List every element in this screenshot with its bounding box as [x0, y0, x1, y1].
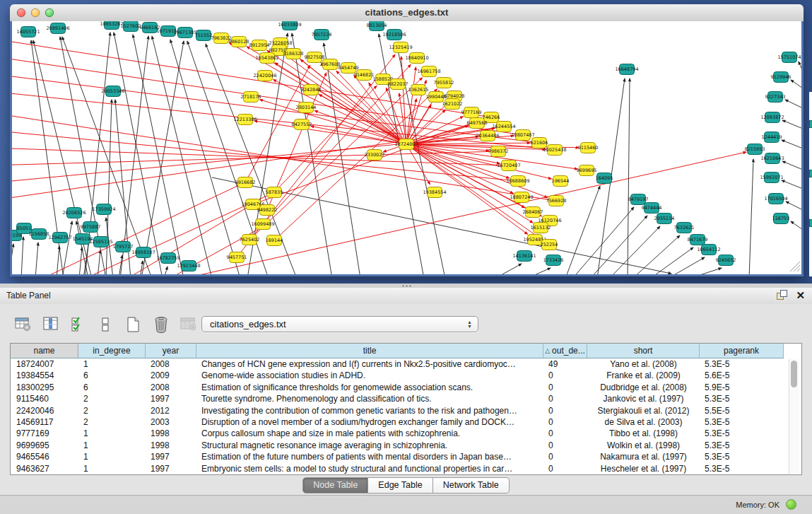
cell-in_degree[interactable]: 2	[78, 416, 146, 428]
graph-edge[interactable]	[791, 221, 801, 230]
cell-year[interactable]: 1997	[146, 451, 196, 462]
cell-name[interactable]: 9115460	[11, 393, 78, 404]
cell-year[interactable]: 2012	[146, 405, 196, 416]
graph-edge[interactable]	[782, 140, 801, 148]
column-header-pagerank[interactable]: pagerank	[700, 344, 784, 358]
float-panel-icon[interactable]	[777, 290, 787, 300]
cell-short[interactable]: Dudbridge et al. (2008)	[587, 382, 700, 393]
cell-title[interactable]: Disruption of a novel member of a sodium…	[196, 416, 543, 428]
graph-edge[interactable]	[782, 180, 801, 189]
selector-stepper-icon[interactable]: ▲▼	[466, 319, 473, 330]
graph-edge[interactable]	[689, 268, 722, 274]
cell-short[interactable]: de Silva et al. (2003)	[587, 416, 700, 428]
column-header-title[interactable]: title	[196, 344, 543, 358]
table-row[interactable]: 2242004622012Investigating the contribut…	[11, 405, 801, 416]
graph-edge[interactable]	[21, 237, 23, 274]
table-row[interactable]: 1872400712008Changes of HCN gene express…	[11, 358, 801, 370]
cell-out_degree[interactable]: 0	[543, 382, 587, 393]
graph-edge[interactable]	[62, 221, 72, 274]
cell-out_degree[interactable]: 0	[543, 451, 587, 462]
graph-edge[interactable]	[12, 244, 13, 274]
cell-year[interactable]: 1997	[146, 463, 196, 474]
cell-short[interactable]: Nakamura et al. (1997)	[587, 451, 700, 462]
resize-grip-icon[interactable]	[790, 262, 800, 271]
delete-column-icon[interactable]	[180, 315, 198, 334]
graph-edge[interactable]	[120, 36, 148, 274]
graph-edge[interactable]	[565, 186, 600, 274]
select-all-check-icon[interactable]	[69, 315, 88, 334]
clear-selection-icon[interactable]	[97, 315, 115, 334]
table-options-icon[interactable]	[14, 315, 33, 334]
table-row[interactable]: 1830029562008Estimation of significance …	[11, 382, 801, 393]
cell-in_degree[interactable]: 6	[78, 382, 146, 393]
table-row[interactable]: 969969511998Structural magnetic resonanc…	[11, 440, 801, 451]
graph-edge[interactable]	[668, 257, 705, 274]
window-titlebar[interactable]: citations_edges.txt	[10, 4, 804, 22]
cell-title[interactable]: Embryonic stem cells: a model to study s…	[196, 463, 543, 474]
graph-edge[interactable]	[609, 226, 660, 274]
cell-out_degree[interactable]: 0	[543, 370, 587, 381]
cell-short[interactable]: Wolkin et al. (1998)	[587, 440, 700, 451]
cell-title[interactable]: Changes of HCN gene expression and I(f) …	[196, 358, 543, 370]
cell-year[interactable]: 2008	[146, 382, 196, 393]
cell-pagerank[interactable]: 5.3E-5	[700, 440, 784, 451]
cell-out_degree[interactable]: 0	[543, 416, 587, 428]
cell-pagerank[interactable]: 5.5E-5	[700, 405, 784, 416]
cell-year[interactable]: 2009	[146, 370, 196, 381]
close-panel-icon[interactable]: ✕	[796, 290, 805, 300]
graph-edge[interactable]	[782, 120, 801, 129]
cell-pagerank[interactable]: 5.3E-5	[700, 451, 784, 462]
memory-ok-led-icon[interactable]	[786, 499, 796, 510]
graph-edge[interactable]	[799, 62, 801, 71]
graph-edge[interactable]	[782, 161, 801, 170]
table-scrollbar-thumb[interactable]	[791, 361, 797, 387]
cell-year[interactable]: 1998	[146, 440, 196, 451]
cell-out_degree[interactable]: 0	[543, 428, 587, 439]
cell-name[interactable]: 22420046	[11, 405, 78, 416]
cell-in_degree[interactable]: 6	[78, 370, 146, 381]
cell-short[interactable]: Stergiakouli et al. (2012)	[587, 405, 700, 416]
tab-network-table[interactable]: Network Table	[433, 477, 510, 493]
cell-pagerank[interactable]: 5.3E-5	[700, 463, 784, 474]
graph-edge[interactable]	[628, 78, 630, 274]
cell-title[interactable]: Investigating the contribution of common…	[196, 405, 543, 416]
table-row[interactable]: 977716911998Corpus callosum shape and si…	[11, 428, 801, 439]
table-row[interactable]: 1456911722003Disruption of a novel membe…	[11, 416, 801, 428]
graph-edge[interactable]	[632, 235, 680, 274]
cell-year[interactable]: 2003	[146, 416, 196, 428]
network-table-selector[interactable]: citations_edges.txt ▲▼	[201, 316, 478, 332]
cell-short[interactable]: Yano et al. (2008)	[587, 358, 700, 370]
graph-edge[interactable]	[786, 201, 801, 210]
graph-edge[interactable]	[526, 268, 551, 274]
cell-year[interactable]: 1997	[146, 393, 196, 404]
graph-edge[interactable]	[406, 144, 551, 179]
cell-short[interactable]: Hescheler et al. (1997)	[587, 463, 700, 474]
cell-in_degree[interactable]: 2	[78, 393, 146, 404]
cell-name[interactable]: 9465546	[11, 451, 78, 462]
column-header-name[interactable]: name	[11, 344, 78, 358]
cell-name[interactable]: 9777169	[11, 428, 78, 439]
cell-out_degree[interactable]: 49	[543, 358, 587, 370]
column-header-short[interactable]: short	[587, 344, 700, 358]
cell-name[interactable]: 9699695	[11, 440, 78, 451]
table-row[interactable]: 946362711997Embryonic stem cells: a mode…	[11, 463, 801, 474]
cell-out_degree[interactable]: 0	[543, 393, 587, 404]
cell-out_degree[interactable]: 0	[543, 440, 587, 451]
cell-title[interactable]: Structural magnetic resonance image aver…	[196, 440, 543, 451]
cell-pagerank[interactable]: 5.9E-5	[700, 382, 784, 393]
network-window[interactable]: citations_edges.txt 14055721208914061065…	[10, 4, 804, 276]
graph-edge[interactable]	[35, 243, 38, 274]
delete-table-icon[interactable]	[152, 315, 170, 334]
graph-edge[interactable]	[406, 67, 416, 144]
cell-short[interactable]: Jankovic et al. (1997)	[587, 393, 700, 404]
column-header-year[interactable]: year	[146, 344, 196, 358]
cell-name[interactable]: 9463627	[11, 463, 78, 474]
cell-year[interactable]: 2008	[146, 358, 196, 370]
cell-short[interactable]: Franke et al. (2009)	[587, 370, 700, 381]
graph-edge[interactable]	[785, 100, 801, 108]
graph-edge[interactable]	[259, 100, 406, 144]
graph-edge[interactable]	[141, 41, 184, 274]
cell-in_degree[interactable]: 1	[78, 451, 146, 462]
cell-title[interactable]: Estimation of significance thresholds fo…	[196, 382, 543, 393]
tab-edge-table[interactable]: Edge Table	[368, 477, 433, 493]
